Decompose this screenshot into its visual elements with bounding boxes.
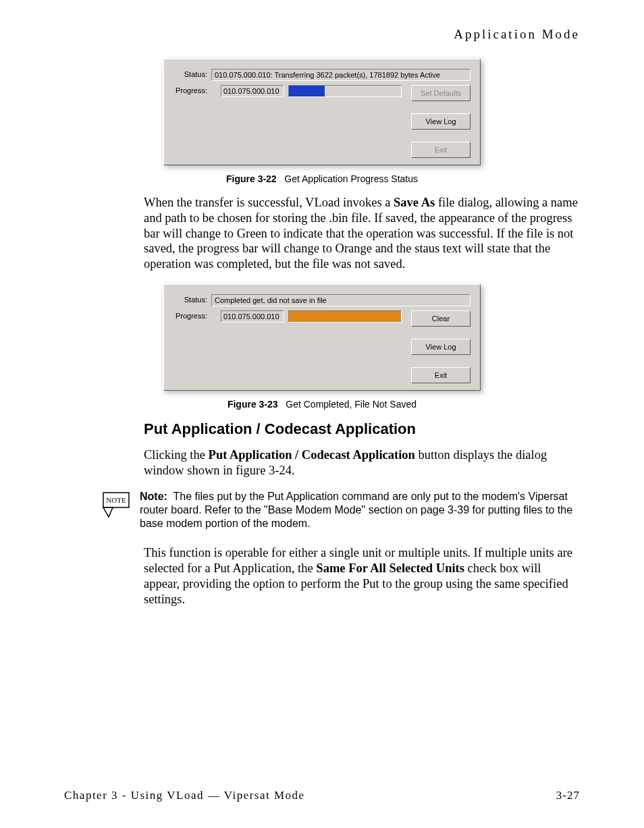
text: When the transfer is successful, VLoad i… (144, 196, 394, 209)
footer-page-number: 3-27 (556, 789, 580, 802)
progress-bar (288, 310, 402, 323)
status-label: Status: (173, 69, 211, 78)
note-prefix: Note: (140, 491, 167, 502)
figure-3-23: Status: Completed get, did not save in f… (64, 284, 580, 410)
progress-ip-field: 010.075.000.010 (221, 85, 284, 97)
figure-caption-1: Figure 3-22 Get Application Progress Sta… (226, 173, 418, 184)
figure-caption-2: Figure 3-23 Get Completed, File Not Save… (227, 399, 417, 410)
section-heading: Put Application / Codecast Application (144, 420, 580, 438)
progress-label: Progress: (173, 85, 211, 158)
text-bold: Save As (394, 196, 435, 209)
view-log-button[interactable]: View Log (411, 339, 471, 355)
progress-ip-field: 010.075.000.010 (221, 310, 284, 323)
status-label: Status: (173, 294, 211, 304)
text-bold: Put Application / Codecast Application (209, 448, 415, 462)
figure-number: Figure 3-22 (226, 173, 277, 184)
note-body: The files put by the Put Application com… (140, 491, 572, 529)
progress-bar-fill (289, 311, 401, 322)
text: Clicking the (144, 448, 209, 462)
exit-button[interactable]: Exit (411, 142, 471, 158)
paragraph-1: When the transfer is successful, VLoad i… (144, 195, 580, 272)
text-bold: Same For All Selected Units (316, 561, 464, 575)
clear-button[interactable]: Clear (411, 310, 471, 327)
view-log-button[interactable]: View Log (411, 113, 471, 130)
progress-bar (288, 85, 402, 97)
page-footer: Chapter 3 - Using VLoad — Vipersat Mode … (64, 789, 580, 802)
status-field: Completed get, did not save in file (211, 294, 471, 306)
progress-dialog-2: Status: Completed get, did not save in f… (163, 284, 481, 391)
page-header: Application Mode (64, 27, 580, 42)
figure-number: Figure 3-23 (227, 399, 278, 410)
note-block: NOTE Note: The files put by the Put Appl… (97, 490, 580, 530)
set-defaults-button[interactable]: Set Defaults (411, 85, 471, 101)
paragraph-2: Clicking the Put Application / Codecast … (144, 447, 580, 478)
figure-3-22: Status: 010.075.000.010: Transferring 36… (64, 59, 580, 184)
progress-dialog-1: Status: 010.075.000.010: Transferring 36… (163, 59, 481, 165)
figure-title: Get Application Progress Status (284, 173, 418, 184)
progress-bar-fill (289, 86, 325, 96)
figure-title: Get Completed, File Not Saved (286, 399, 417, 410)
progress-label: Progress: (173, 310, 211, 383)
exit-button[interactable]: Exit (411, 367, 471, 383)
note-icon: NOTE (97, 491, 130, 521)
paragraph-3: This function is operable for either a s… (144, 545, 580, 607)
note-icon-text: NOTE (106, 496, 126, 504)
footer-left: Chapter 3 - Using VLoad — Vipersat Mode (64, 789, 305, 802)
status-field: 010.075.000.010: Transferring 3622 packe… (211, 69, 471, 81)
